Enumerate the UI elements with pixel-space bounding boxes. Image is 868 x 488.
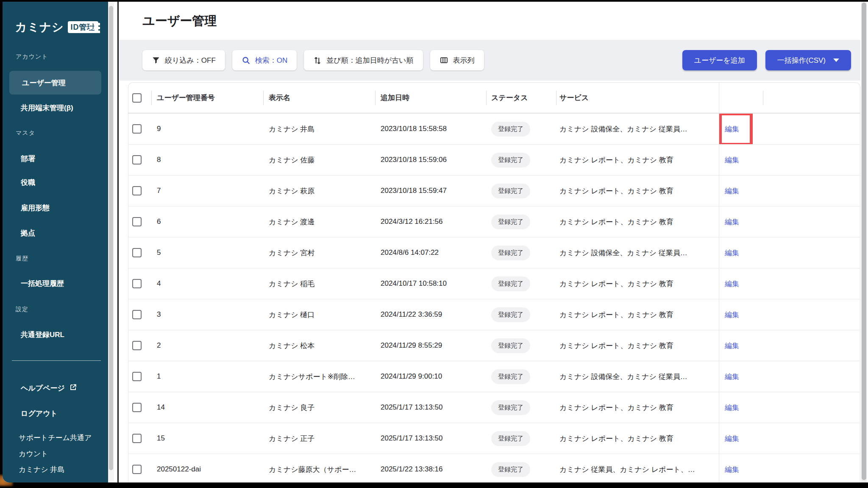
sidebar-item-batch-history[interactable]: 一括処理履歴: [21, 279, 64, 288]
row-checkbox[interactable]: [132, 341, 142, 350]
add-user-button[interactable]: ユーザーを追加: [682, 50, 757, 70]
sidebar-item-user-management[interactable]: ユーザー管理: [9, 71, 101, 95]
sidebar-item-departments[interactable]: 部署: [21, 154, 35, 164]
search-button[interactable]: 検索：ON: [232, 50, 297, 70]
row-checkbox[interactable]: [132, 155, 142, 165]
table-row: 7 カミナシ 萩原 2023/10/18 15:59:47 登録完了 カミナシ …: [128, 175, 860, 206]
cell-services: カミナシ 従業員、カミナシ レポート、…: [556, 465, 719, 474]
cell-display-name: カミナシ 渡邊: [263, 217, 375, 227]
sidebar-section-settings: 設定: [16, 306, 28, 313]
cell-added-datetime: 2025/1/22 13:38:16: [375, 465, 486, 474]
cell-services: カミナシ 設備保全、カミナシ 従業員…: [556, 124, 719, 134]
cell-added-datetime: 2023/10/18 15:59:47: [375, 187, 486, 195]
cell-display-name: カミナシ 樋口: [263, 310, 375, 320]
help-page-link[interactable]: ヘルプページ: [21, 383, 77, 393]
status-badge: 登録完了: [491, 338, 530, 353]
current-user-name: カミナシ 井島: [19, 462, 64, 478]
row-checkbox[interactable]: [132, 248, 142, 257]
cell-blank: [763, 330, 860, 361]
caret-down-icon: [833, 59, 839, 62]
sidebar-section-account: アカウント: [16, 53, 48, 61]
cell-added-datetime: 2025/1/17 13:13:50: [375, 403, 486, 412]
sort-button[interactable]: 並び順：追加日時が古い順: [304, 50, 423, 70]
main-scrollbar-thumb[interactable]: [862, 3, 866, 480]
edit-link[interactable]: 編集: [725, 434, 739, 443]
edit-link[interactable]: 編集: [725, 155, 739, 165]
row-checkbox[interactable]: [132, 403, 142, 412]
table-row: 2 カミナシ 松本 2024/11/29 8:55:29 登録完了 カミナシ レ…: [128, 330, 860, 361]
cell-user-id: 6: [151, 218, 263, 226]
magnifier-icon: [242, 56, 250, 65]
cell-blank: [763, 206, 860, 237]
cell-services: カミナシ レポート、カミナシ 教育: [556, 403, 719, 413]
cell-added-datetime: 2024/11/29 8:55:29: [375, 341, 486, 350]
cell-display-name: カミナシ 佐藤: [263, 155, 375, 165]
edit-link[interactable]: 編集: [725, 341, 739, 351]
cell-added-datetime: 2023/10/18 15:58:58: [375, 125, 486, 133]
edit-link[interactable]: 編集: [725, 372, 739, 382]
edit-link[interactable]: 編集: [725, 186, 739, 196]
cell-added-datetime: 2024/11/29 9:00:10: [375, 372, 486, 381]
cell-blank: [763, 454, 860, 482]
edit-link[interactable]: 編集: [725, 217, 739, 227]
edit-link[interactable]: 編集: [725, 248, 739, 258]
cell-added-datetime: 2024/3/12 16:21:56: [375, 218, 486, 226]
sidebar-item-shared-devices[interactable]: 共用端末管理(β): [21, 103, 73, 113]
status-badge: 登録完了: [491, 153, 530, 167]
apps-grid-icon[interactable]: [90, 23, 100, 33]
row-checkbox[interactable]: [132, 434, 142, 443]
screen: カミナシ ID管理 アカウント ユーザー管理 共用端末管理(β) マスタ 部署 …: [0, 0, 868, 488]
funnel-icon: [152, 56, 160, 64]
row-checkbox[interactable]: [132, 465, 142, 474]
external-link-icon: [69, 383, 77, 393]
cell-added-datetime: 2025/1/17 13:13:50: [375, 434, 486, 443]
row-checkbox[interactable]: [132, 372, 142, 381]
edit-link[interactable]: 編集: [725, 465, 739, 474]
edit-link[interactable]: 編集: [725, 403, 739, 413]
select-all-checkbox[interactable]: [132, 93, 142, 103]
annotation-highlight-box: [719, 114, 753, 144]
sidebar-section-master: マスタ: [16, 129, 35, 137]
row-checkbox[interactable]: [132, 186, 142, 195]
row-checkbox[interactable]: [132, 217, 142, 226]
sidebar-item-locations[interactable]: 拠点: [21, 228, 35, 238]
sidebar-item-common-registration-url[interactable]: 共通登録URL: [21, 330, 64, 340]
main-scrollbar[interactable]: [860, 2, 868, 482]
sidebar-scrollbar[interactable]: [108, 2, 114, 482]
cell-user-id: 8: [151, 156, 263, 164]
sidebar-divider: [12, 360, 101, 361]
cell-display-name: カミナシ 正子: [263, 434, 375, 443]
filter-button[interactable]: 絞り込み：OFF: [142, 50, 225, 70]
cell-display-name: カミナシサポート※削除…: [263, 372, 375, 382]
users-table: ユーザー管理番号 表示名 追加日時 ステータス サービス 9 カミナシ 井島: [128, 82, 860, 482]
logout-button[interactable]: ログアウト: [21, 409, 58, 418]
column-header-added: 追加日時: [375, 93, 486, 103]
column-separator: [263, 91, 264, 105]
column-header-name: 表示名: [263, 93, 375, 103]
bulk-actions-button[interactable]: 一括操作(CSV): [765, 50, 851, 70]
sidebar-section-history: 履歴: [16, 255, 28, 262]
status-badge: 登録完了: [491, 215, 530, 229]
sidebar-item-positions[interactable]: 役職: [21, 178, 35, 187]
row-checkbox[interactable]: [132, 310, 142, 319]
sidebar-scrollbar-thumb[interactable]: [109, 6, 113, 470]
table-row: 14 カミナシ 良子 2025/1/17 13:13:50 登録完了 カミナシ …: [128, 392, 860, 423]
cell-display-name: カミナシ藤原大（サポー…: [263, 465, 375, 474]
row-checkbox[interactable]: [132, 124, 142, 134]
row-checkbox[interactable]: [132, 279, 142, 288]
edit-link[interactable]: 編集: [725, 310, 739, 320]
status-badge: 登録完了: [491, 184, 530, 198]
columns-button[interactable]: 表示列: [430, 50, 484, 70]
sidebar-item-employment-type[interactable]: 雇用形態: [21, 203, 50, 213]
sidebar: カミナシ ID管理 アカウント ユーザー管理 共用端末管理(β) マスタ 部署 …: [3, 2, 108, 482]
edit-link[interactable]: 編集: [725, 279, 739, 289]
cell-blank: [763, 176, 860, 206]
cell-added-datetime: 2023/10/18 15:59:06: [375, 156, 486, 164]
table-columns-icon: [440, 56, 448, 64]
account-name: サポートチーム共通アカウント: [19, 430, 93, 462]
table-header-row: ユーザー管理番号 表示名 追加日時 ステータス サービス: [128, 83, 860, 113]
page-title: ユーザー管理: [142, 13, 217, 30]
table-row: 1 カミナシサポート※削除… 2024/11/29 9:00:10 登録完了 カ…: [128, 361, 860, 392]
status-badge: 登録完了: [491, 122, 530, 137]
table-row: 5 カミナシ 宮村 2024/8/6 14:07:22 登録完了 カミナシ 設備…: [128, 237, 860, 268]
